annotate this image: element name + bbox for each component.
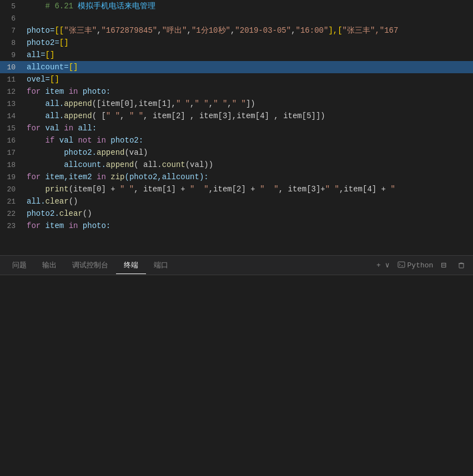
token: [27, 136, 46, 145]
editor-area: 5 # 6.21 模拟手机电话来电管理67photo=[["张三丰","1672…: [0, 0, 473, 255]
line-number: 13: [0, 100, 22, 108]
token: print: [46, 185, 69, 194]
token: , item[3]+: [279, 185, 325, 194]
code-content: for item,item2 in zip(photo2,allcount):: [22, 173, 473, 181]
token: photo:: [78, 221, 110, 230]
token: all.: [27, 197, 46, 206]
token: in: [69, 87, 78, 96]
split-terminal-btn[interactable]: ⊟: [437, 259, 450, 272]
panel-tabs-right: + ∨ Python ⊟: [373, 259, 469, 272]
token: append: [64, 99, 92, 108]
token: ,: [190, 99, 194, 108]
token: ": [390, 185, 395, 194]
panel-tabs-left: 问题输出调试控制台终端端口: [4, 257, 176, 274]
token: ,: [120, 112, 129, 120]
token: (val)): [185, 160, 213, 169]
token: in: [69, 221, 78, 230]
token: count: [162, 160, 185, 169]
code-content: for val in all:: [22, 124, 473, 133]
token: item: [41, 221, 68, 230]
code-line-11: 11ovel=[]: [0, 73, 473, 85]
token: for: [27, 221, 41, 230]
line-number: 17: [0, 149, 22, 157]
line-number: 12: [0, 88, 22, 96]
token: ]: [328, 26, 333, 35]
code-line-19: 19for item,item2 in zip(photo2,allcount)…: [0, 171, 473, 183]
token: []: [46, 50, 55, 59]
token: []: [69, 63, 78, 72]
tab-终端[interactable]: 终端: [116, 257, 146, 274]
token: ( all.: [134, 160, 162, 169]
token: clear: [59, 209, 83, 218]
tab-调试控制台[interactable]: 调试控制台: [64, 257, 116, 274]
code-line-17: 17 photo2.append(val): [0, 146, 473, 159]
token: "张三丰": [343, 26, 375, 35]
token: ,item[4] +: [339, 185, 390, 194]
token: photo2.: [27, 209, 59, 218]
line-number: 5: [0, 2, 22, 11]
code-content: for item in photo:: [22, 221, 473, 230]
token: [92, 136, 97, 145]
token: []: [50, 75, 59, 84]
code-line-22: 22photo2.clear(): [0, 207, 473, 220]
code-line-9: 9all=[]: [0, 49, 473, 61]
terminal-area[interactable]: [0, 275, 473, 476]
line-number: 19: [0, 173, 22, 181]
code-content: ovel=[]: [22, 75, 473, 84]
token: [27, 185, 46, 194]
token: (): [69, 197, 78, 206]
token: all.: [27, 112, 64, 120]
line-number: 20: [0, 185, 22, 194]
code-line-18: 18 allcount.append( all.count(val)): [0, 159, 473, 171]
code-content: all.append( [" ", " ", item[2] , item[3]…: [22, 112, 473, 120]
code-line-15: 15for val in all:: [0, 122, 473, 134]
token: ,: [157, 26, 162, 35]
token: val: [41, 124, 64, 133]
token: [27, 2, 46, 11]
tab-输出[interactable]: 输出: [34, 257, 64, 274]
token: photo2:: [106, 136, 143, 145]
panel-tabs-bar: 问题输出调试控制台终端端口 + ∨ Python ⊟: [0, 256, 473, 275]
token: 模拟手机电话来电管理: [78, 2, 155, 11]
token: all.: [27, 99, 64, 108]
token: " ": [232, 99, 246, 108]
token: , item[1] +: [134, 185, 190, 194]
code-line-10: 10allcount=[]: [0, 61, 473, 73]
token: " ": [120, 185, 134, 194]
token: "1分10秒": [192, 26, 230, 35]
token: all:: [73, 124, 97, 133]
token: for: [27, 87, 41, 96]
line-number: 11: [0, 75, 22, 84]
tab-端口[interactable]: 端口: [146, 257, 176, 274]
token: "张三丰": [64, 26, 97, 35]
code-line-13: 13 all.append([item[0],item[1]," "," ","…: [0, 98, 473, 110]
token: in: [97, 173, 106, 181]
python-label: Python: [407, 261, 434, 270]
kill-terminal-btn[interactable]: [454, 260, 469, 270]
terminal-icon: [397, 261, 405, 269]
tab-问题[interactable]: 问题: [4, 257, 34, 274]
token: [[: [54, 26, 64, 35]
token: " ": [213, 99, 227, 108]
code-line-23: 23for item in photo:: [0, 220, 473, 232]
svg-rect-0: [398, 262, 405, 267]
code-line-16: 16 if val not in photo2:: [0, 134, 473, 146]
new-terminal-btn[interactable]: + ∨: [373, 260, 393, 271]
token: ,: [227, 99, 232, 108]
line-number: 16: [0, 136, 22, 145]
token: ]): [246, 99, 255, 108]
token: append: [106, 160, 134, 169]
trash-icon: [457, 261, 465, 269]
token: ,: [291, 26, 295, 35]
token: ,: [209, 99, 213, 108]
token: val: [54, 136, 78, 145]
code-content: photo2.clear(): [22, 209, 473, 218]
token: # 6.21: [46, 2, 78, 11]
token: photo2=: [27, 38, 59, 47]
code-line-8: 8photo2=[]: [0, 37, 473, 49]
token: "16:00": [296, 26, 329, 35]
token: "2019-03-05": [235, 26, 291, 35]
svg-rect-1: [459, 264, 464, 268]
line-number: 7: [0, 27, 22, 35]
token: " ": [190, 185, 209, 194]
